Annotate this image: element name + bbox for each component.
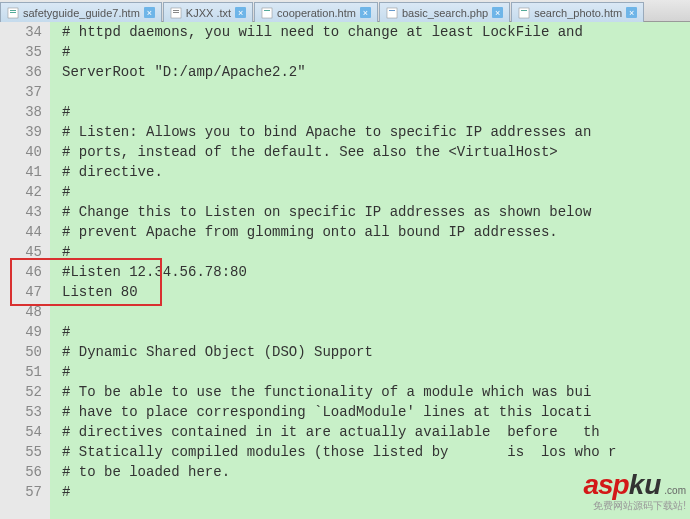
code-line[interactable]: ServerRoot "D:/amp/Apache2.2" (50, 62, 690, 82)
code-line[interactable]: # ports, instead of the default. See als… (50, 142, 690, 162)
line-number: 46 (0, 262, 42, 282)
svg-rect-11 (521, 10, 527, 11)
code-line[interactable]: # directives contained in it are actuall… (50, 422, 690, 442)
close-icon[interactable]: × (360, 7, 371, 18)
line-number: 45 (0, 242, 42, 262)
code-line[interactable]: # (50, 362, 690, 382)
line-number: 37 (0, 82, 42, 102)
tab-bar: safetyguide_guide7.htm × KJXX .txt × coo… (0, 0, 690, 22)
code-line[interactable]: #Listen 12.34.56.78:80 (50, 262, 690, 282)
tab-label: KJXX .txt (186, 7, 231, 19)
code-line[interactable] (50, 302, 690, 322)
code-line[interactable]: # (50, 102, 690, 122)
file-icon (170, 7, 182, 19)
close-icon[interactable]: × (492, 7, 503, 18)
code-line[interactable]: # (50, 182, 690, 202)
code-line[interactable] (50, 82, 690, 102)
svg-rect-5 (173, 12, 179, 13)
line-number: 53 (0, 402, 42, 422)
code-line[interactable]: # Change this to Listen on specific IP a… (50, 202, 690, 222)
line-number: 42 (0, 182, 42, 202)
tab-basic-search[interactable]: basic_search.php × (379, 2, 510, 22)
file-icon (518, 7, 530, 19)
code-line[interactable]: # have to place corresponding `LoadModul… (50, 402, 690, 422)
close-icon[interactable]: × (626, 7, 637, 18)
line-number: 36 (0, 62, 42, 82)
code-line[interactable]: # prevent Apache from glomming onto all … (50, 222, 690, 242)
svg-rect-8 (387, 8, 397, 18)
line-gutter: 3435363738394041424344454647484950515253… (0, 22, 50, 519)
code-line[interactable]: # httpd daemons, you will need to change… (50, 22, 690, 42)
line-number: 39 (0, 122, 42, 142)
code-line[interactable]: # To be able to use the functionality of… (50, 382, 690, 402)
code-line[interactable]: # (50, 242, 690, 262)
tab-safetyguide[interactable]: safetyguide_guide7.htm × (0, 2, 162, 22)
line-number: 34 (0, 22, 42, 42)
svg-rect-6 (262, 8, 272, 18)
code-line[interactable]: # Dynamic Shared Object (DSO) Support (50, 342, 690, 362)
file-icon (7, 7, 19, 19)
code-area[interactable]: # httpd daemons, you will need to change… (50, 22, 690, 519)
line-number: 51 (0, 362, 42, 382)
line-number: 56 (0, 462, 42, 482)
code-line[interactable]: # Statically compiled modules (those lis… (50, 442, 690, 462)
code-line[interactable]: # (50, 42, 690, 62)
line-number: 43 (0, 202, 42, 222)
file-icon (386, 7, 398, 19)
close-icon[interactable]: × (144, 7, 155, 18)
svg-rect-2 (10, 12, 16, 13)
svg-rect-9 (389, 10, 395, 11)
line-number: 38 (0, 102, 42, 122)
line-number: 57 (0, 482, 42, 502)
svg-rect-1 (10, 10, 16, 11)
line-number: 52 (0, 382, 42, 402)
line-number: 49 (0, 322, 42, 342)
file-icon (261, 7, 273, 19)
tab-kjxx[interactable]: KJXX .txt × (163, 2, 253, 22)
code-line[interactable]: # Listen: Allows you to bind Apache to s… (50, 122, 690, 142)
svg-rect-10 (519, 8, 529, 18)
line-number: 54 (0, 422, 42, 442)
code-line[interactable]: Listen 80 (50, 282, 690, 302)
watermark-tagline: 免费网站源码下载站! (593, 499, 686, 513)
svg-rect-7 (264, 10, 270, 11)
tab-search-photo[interactable]: search_photo.htm × (511, 2, 644, 22)
tab-label: safetyguide_guide7.htm (23, 7, 140, 19)
code-line[interactable]: # to be loaded here. (50, 462, 690, 482)
code-line[interactable]: # directive. (50, 162, 690, 182)
line-number: 41 (0, 162, 42, 182)
line-number: 47 (0, 282, 42, 302)
line-number: 55 (0, 442, 42, 462)
line-number: 48 (0, 302, 42, 322)
line-number: 35 (0, 42, 42, 62)
tab-label: cooperation.htm (277, 7, 356, 19)
code-line[interactable]: # (50, 322, 690, 342)
editor: 3435363738394041424344454647484950515253… (0, 22, 690, 519)
tab-cooperation[interactable]: cooperation.htm × (254, 2, 378, 22)
line-number: 50 (0, 342, 42, 362)
line-number: 44 (0, 222, 42, 242)
svg-rect-4 (173, 10, 179, 11)
tab-label: basic_search.php (402, 7, 488, 19)
close-icon[interactable]: × (235, 7, 246, 18)
tab-label: search_photo.htm (534, 7, 622, 19)
line-number: 40 (0, 142, 42, 162)
